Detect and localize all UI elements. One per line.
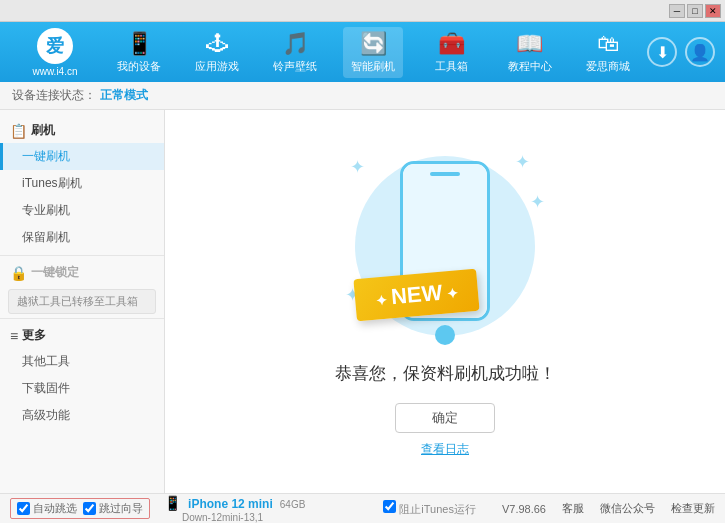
jailbreak-note: 越狱工具已转移至工具箱 [8,289,156,314]
itunes-status: 阻止iTunes运行 [383,500,476,517]
sidebar-item-one-click-flash[interactable]: 一键刷机 [0,143,164,170]
nav-item-shop[interactable]: 🛍 爱思商城 [578,27,638,78]
auto-jump-label: 自动跳选 [33,501,77,516]
shop-icon: 🛍 [597,31,619,57]
checkbox-group: 自动跳选 跳过向导 [10,498,150,519]
close-button[interactable]: ✕ [705,4,721,18]
success-message: 恭喜您，保资料刷机成功啦！ [335,362,556,385]
skip-guide-checkbox[interactable]: 跳过向导 [83,501,143,516]
itunes-checkbox[interactable] [383,500,396,513]
version-label: V7.98.66 [502,503,546,515]
phone-notch [430,172,460,176]
skip-guide-label: 跳过向导 [99,501,143,516]
main-area: 📋 刷机 一键刷机 iTunes刷机 专业刷机 保留刷机 🔒 一键锁定 越狱工具… [0,110,725,493]
nav-item-smart-flash[interactable]: 🔄 智能刷机 [343,27,403,78]
auto-jump-input[interactable] [17,502,30,515]
auto-jump-checkbox[interactable]: 自动跳选 [17,501,77,516]
sidebar-item-download-firmware[interactable]: 下载固件 [0,375,164,402]
bottom-bar: 自动跳选 跳过向导 📱 iPhone 12 mini 64GB Down-12m… [0,493,725,523]
title-bar: ─ □ ✕ [0,0,725,22]
phone-home-button [435,325,455,345]
success-illustration: ✦ ✦ ✦ ✦ NEW [335,146,555,346]
my-device-label: 我的设备 [117,59,161,74]
download-button[interactable]: ⬇ [647,37,677,67]
lock-section-icon: 🔒 [10,265,27,281]
sidebar: 📋 刷机 一键刷机 iTunes刷机 专业刷机 保留刷机 🔒 一键锁定 越狱工具… [0,110,165,493]
nav-right: ⬇ 👤 [647,37,715,67]
confirm-button[interactable]: 确定 [395,403,495,433]
device-info: 📱 iPhone 12 mini 64GB Down-12mini-13,1 [164,495,305,523]
sidebar-item-pro-flash[interactable]: 专业刷机 [0,197,164,224]
shop-label: 爱思商城 [586,59,630,74]
sparkle-3: ✦ [530,191,545,213]
logo-icon: 爱 [37,28,73,64]
device-phone-icon: 📱 [164,495,181,511]
window-controls[interactable]: ─ □ ✕ [669,4,721,18]
logo-area[interactable]: 爱 www.i4.cn [10,28,100,77]
sidebar-item-save-flash[interactable]: 保留刷机 [0,224,164,251]
sparkle-1: ✦ [350,156,365,178]
nav-items: 📱 我的设备 🕹 应用游戏 🎵 铃声壁纸 🔄 智能刷机 🧰 工具箱 📖 教程中心… [100,27,647,78]
minimize-button[interactable]: ─ [669,4,685,18]
sparkle-2: ✦ [515,151,530,173]
customer-service-link[interactable]: 客服 [562,501,584,516]
top-nav: 爱 www.i4.cn 📱 我的设备 🕹 应用游戏 🎵 铃声壁纸 🔄 智能刷机 … [0,22,725,82]
sidebar-item-itunes-flash[interactable]: iTunes刷机 [0,170,164,197]
status-bar: 设备连接状态： 正常模式 [0,82,725,110]
status-label: 设备连接状态： [12,87,96,104]
sidebar-item-advanced[interactable]: 高级功能 [0,402,164,429]
flash-section-icon: 📋 [10,123,27,139]
toolbox-label: 工具箱 [435,59,468,74]
status-value: 正常模式 [100,87,148,104]
sidebar-section-more: ≡ 更多 [0,323,164,348]
device-model: Down-12mini-13,1 [182,512,263,523]
nav-item-apps-games[interactable]: 🕹 应用游戏 [187,27,247,78]
more-section-icon: ≡ [10,328,18,344]
check-update-link[interactable]: 检查更新 [671,501,715,516]
restore-button[interactable]: □ [687,4,703,18]
device-name: iPhone 12 mini [188,497,273,511]
device-storage: 64GB [280,499,306,510]
nav-item-my-device[interactable]: 📱 我的设备 [109,27,169,78]
back-today-link[interactable]: 查看日志 [421,441,469,458]
user-button[interactable]: 👤 [685,37,715,67]
sidebar-section-lock: 🔒 一键锁定 [0,260,164,285]
more-section-label: 更多 [22,327,46,344]
logo-site: www.i4.cn [32,66,77,77]
sidebar-divider-2 [0,318,164,319]
content-area: ✦ ✦ ✦ ✦ NEW 恭喜您，保资料刷机成功啦！ 确定 查看日志 [165,110,725,493]
jailbreak-note-text: 越狱工具已转移至工具箱 [17,295,138,307]
flash-section-label: 刷机 [31,122,55,139]
itunes-label: 阻止iTunes运行 [399,503,476,515]
sidebar-divider-1 [0,255,164,256]
lock-section-label: 一键锁定 [31,264,79,281]
apps-games-icon: 🕹 [206,31,228,57]
smart-flash-label: 智能刷机 [351,59,395,74]
apps-games-label: 应用游戏 [195,59,239,74]
smart-flash-icon: 🔄 [360,31,387,57]
toolbox-icon: 🧰 [438,31,465,57]
nav-item-toolbox[interactable]: 🧰 工具箱 [422,27,482,78]
sidebar-section-flash: 📋 刷机 [0,118,164,143]
sidebar-item-other-tools[interactable]: 其他工具 [0,348,164,375]
skip-guide-input[interactable] [83,502,96,515]
nav-item-ringtones[interactable]: 🎵 铃声壁纸 [265,27,325,78]
my-device-icon: 📱 [126,31,153,57]
ringtones-icon: 🎵 [282,31,309,57]
bottom-left: 自动跳选 跳过向导 📱 iPhone 12 mini 64GB Down-12m… [10,495,383,523]
tutorials-label: 教程中心 [508,59,552,74]
ringtones-label: 铃声壁纸 [273,59,317,74]
wechat-official-link[interactable]: 微信公众号 [600,501,655,516]
tutorials-icon: 📖 [516,31,543,57]
nav-item-tutorials[interactable]: 📖 教程中心 [500,27,560,78]
bottom-right: 阻止iTunes运行 V7.98.66 客服 微信公众号 检查更新 [383,500,715,517]
